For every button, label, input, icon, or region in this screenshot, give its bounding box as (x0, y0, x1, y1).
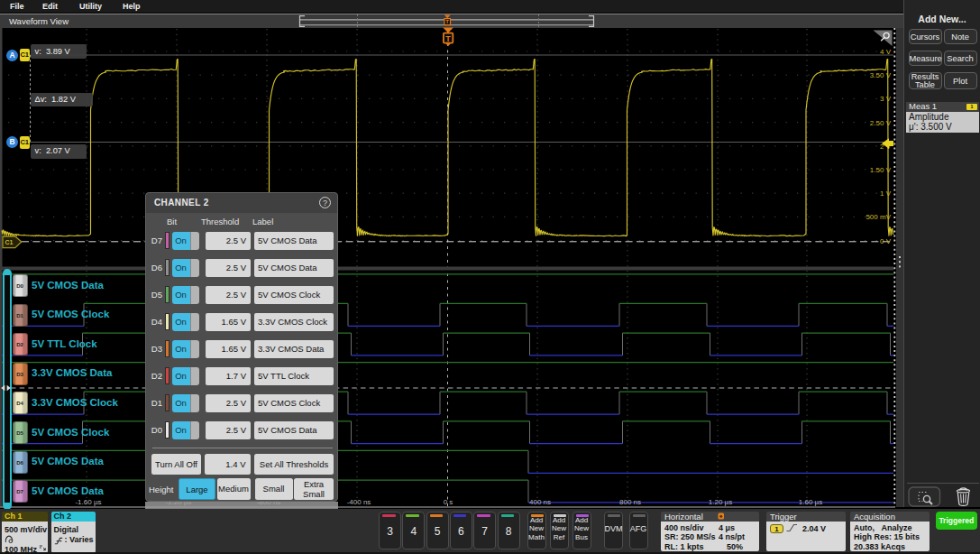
svg-text:3 V: 3 V (880, 95, 892, 103)
svg-text:0 s: 0 s (444, 498, 453, 506)
svg-text:0 V: 0 V (880, 237, 892, 245)
svg-text:2.50 V: 2.50 V (870, 119, 892, 127)
svg-text:C1: C1 (5, 239, 14, 245)
svg-text:1.50 V: 1.50 V (870, 166, 892, 174)
svg-text:T: T (445, 34, 451, 43)
svg-text:1.20 µs: 1.20 µs (709, 498, 732, 506)
svg-text:1 V: 1 V (880, 189, 892, 198)
svg-text:3.50 V: 3.50 V (870, 71, 892, 79)
svg-text:T: T (445, 19, 449, 24)
svg-text:400 ns: 400 ns (529, 498, 551, 506)
svg-text:500 mV: 500 mV (866, 213, 891, 221)
svg-text:-400 ns: -400 ns (347, 498, 371, 506)
svg-text:800 ns: 800 ns (619, 498, 641, 506)
svg-text:1.60 µs: 1.60 µs (799, 498, 822, 506)
svg-text:4 V: 4 V (880, 48, 892, 56)
